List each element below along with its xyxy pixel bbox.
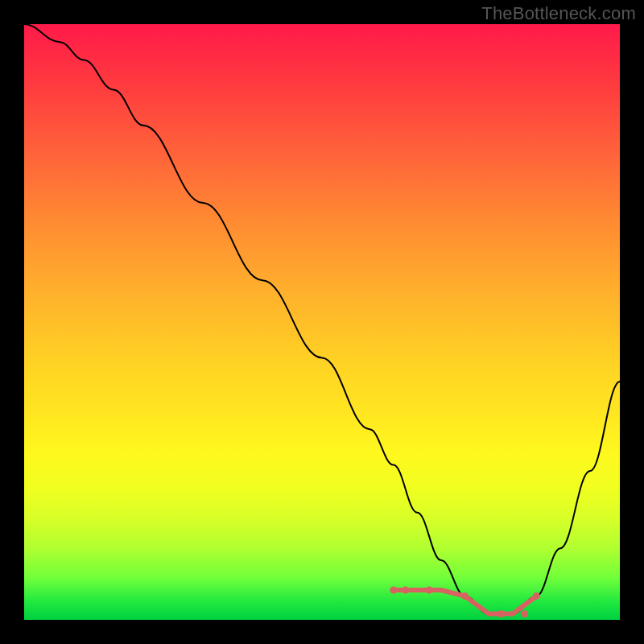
optimal-range-dot [521, 610, 528, 617]
optimal-range-dot [461, 592, 469, 600]
optimal-range-dot [402, 587, 409, 594]
optimal-range-dot [426, 587, 433, 594]
optimal-range-dot [533, 592, 540, 600]
chart-plot-area [24, 24, 620, 620]
bottleneck-curve-line [24, 24, 620, 614]
chart-svg [24, 24, 620, 620]
watermark-text: TheBottleneck.com [481, 3, 636, 24]
optimal-range-dot [390, 587, 397, 594]
optimal-range-dot [497, 610, 505, 617]
